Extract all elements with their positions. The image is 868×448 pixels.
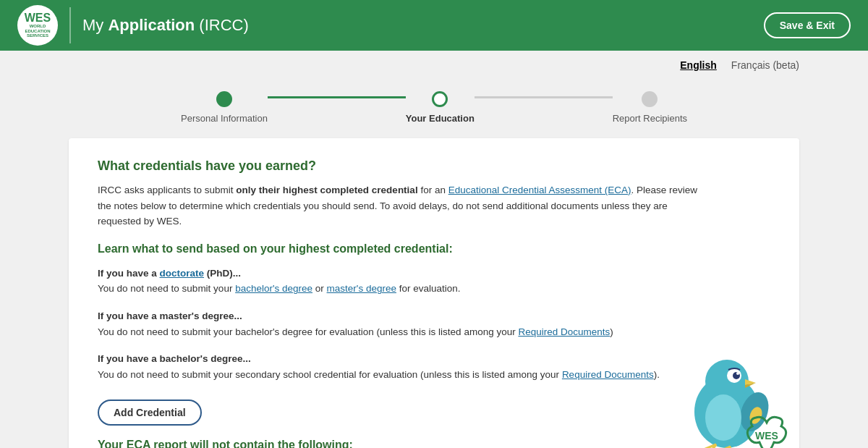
step-line-2 bbox=[475, 96, 613, 98]
section-title: What credentials have you earned? bbox=[98, 159, 770, 174]
step-your-education: Your Education bbox=[406, 91, 475, 124]
intro-paragraph: IRCC asks applicants to submit only thei… bbox=[98, 182, 698, 229]
masters-required-docs-link[interactable]: Required Documents bbox=[518, 326, 610, 337]
credential-block-doctorate: If you have a doctorate (PhD)... You do … bbox=[98, 266, 770, 297]
bachelors-label-line: If you have a bachelor's degree... bbox=[98, 351, 770, 367]
svg-point-9 bbox=[705, 394, 741, 441]
svg-point-4 bbox=[736, 372, 739, 375]
doctorate-desc: You do not need to submit your bachelor'… bbox=[98, 281, 770, 297]
doctorate-if-label: If you have a doctorate (PhD)... bbox=[98, 268, 241, 279]
wes-logo: WES WORLDEDUCATIONSERVICES bbox=[17, 5, 58, 46]
intro-bold: only their highest completed credential bbox=[236, 185, 417, 195]
doctorate-link[interactable]: doctorate bbox=[160, 268, 205, 279]
english-language-link[interactable]: English bbox=[680, 59, 717, 71]
learn-title: Learn what to send based on your highest… bbox=[98, 242, 770, 255]
credential-block-bachelors: If you have a bachelor's degree... You d… bbox=[98, 351, 770, 382]
french-language-link[interactable]: Français (beta) bbox=[731, 59, 799, 71]
content-area: What credentials have you earned? IRCC a… bbox=[69, 138, 799, 448]
header-title-suffix: (IRCC) bbox=[195, 16, 249, 34]
header: WES WORLDEDUCATIONSERVICES My Applicatio… bbox=[0, 0, 868, 51]
credential-block-masters: If you have a master's degree... You do … bbox=[98, 308, 770, 339]
header-divider bbox=[69, 7, 71, 43]
step-label-education: Your Education bbox=[406, 113, 475, 124]
bachelors-required-docs-link[interactable]: Required Documents bbox=[562, 369, 654, 380]
step-line-1 bbox=[268, 96, 406, 98]
eca-link[interactable]: Educational Credential Assessment (ECA) bbox=[448, 185, 631, 195]
intro-text-2: for an bbox=[418, 185, 448, 195]
step-circle-recipients bbox=[642, 91, 658, 107]
step-report-recipients: Report Recipients bbox=[613, 91, 687, 124]
masters-desc: You do not need to submit your bachelor'… bbox=[98, 324, 770, 340]
header-title: My Application (IRCC) bbox=[82, 16, 249, 35]
doctorate-label-line: If you have a doctorate (PhD)... bbox=[98, 266, 770, 282]
step-circle-education bbox=[432, 91, 448, 107]
wes-logo-text: WES bbox=[25, 12, 51, 24]
add-credential-button[interactable]: Add Credential bbox=[98, 400, 202, 426]
masters-label-line: If you have a master's degree... bbox=[98, 308, 770, 324]
step-label-recipients: Report Recipients bbox=[613, 113, 687, 124]
eca-report-title: Your ECA report will not contain the fol… bbox=[98, 439, 770, 448]
header-title-prefix: My bbox=[82, 16, 108, 34]
bachelors-if-label: If you have a bachelor's degree... bbox=[98, 353, 251, 364]
progress-steps: Personal Information Your Education Repo… bbox=[181, 91, 687, 124]
bachelors-degree-link[interactable]: bachelor's degree bbox=[235, 283, 312, 294]
bachelors-desc: You do not need to submit your secondary… bbox=[98, 367, 770, 383]
header-title-bold: Application bbox=[108, 16, 195, 34]
step-personal-information: Personal Information bbox=[181, 91, 268, 124]
main-content: English Français (beta) Personal Informa… bbox=[54, 51, 814, 448]
intro-text-1: IRCC asks applicants to submit bbox=[98, 185, 236, 195]
step-label-personal: Personal Information bbox=[181, 113, 268, 124]
wes-logo-subtext: WORLDEDUCATIONSERVICES bbox=[25, 24, 50, 38]
masters-if-label: If you have a master's degree... bbox=[98, 310, 242, 321]
progress-bar: Personal Information Your Education Repo… bbox=[69, 77, 799, 131]
wes-watermark: WES bbox=[741, 412, 792, 448]
language-bar: English Français (beta) bbox=[69, 51, 799, 77]
svg-text:WES: WES bbox=[755, 430, 778, 441]
header-left: WES WORLDEDUCATIONSERVICES My Applicatio… bbox=[17, 5, 249, 46]
masters-degree-link[interactable]: master's degree bbox=[327, 283, 396, 294]
save-exit-button[interactable]: Save & Exit bbox=[764, 12, 851, 38]
step-circle-personal bbox=[216, 91, 232, 107]
